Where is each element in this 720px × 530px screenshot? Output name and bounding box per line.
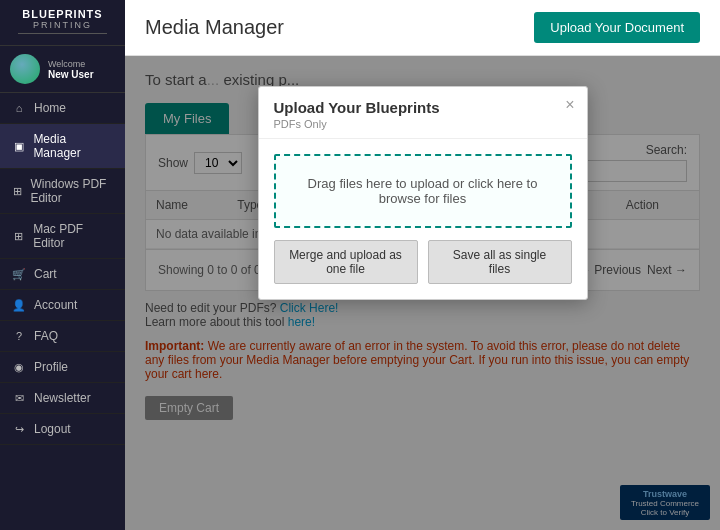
sidebar-label-faq: FAQ	[34, 329, 58, 343]
sidebar-item-faq[interactable]: ? FAQ	[0, 321, 125, 352]
sidebar-item-mac-pdf-editor[interactable]: ⊞ Mac PDF Editor	[0, 214, 125, 259]
windows-pdf-icon: ⊞	[12, 185, 22, 198]
sidebar-label-profile: Profile	[34, 360, 68, 374]
sidebar-item-profile[interactable]: ◉ Profile	[0, 352, 125, 383]
sidebar-label-cart: Cart	[34, 267, 57, 281]
home-icon: ⌂	[12, 102, 26, 114]
newsletter-icon: ✉	[12, 392, 26, 405]
sidebar-item-windows-pdf-editor[interactable]: ⊞ Windows PDF Editor	[0, 169, 125, 214]
upload-modal: Upload Your Blueprints PDFs Only × Drag …	[258, 86, 588, 300]
main-header: Media Manager Upload Your Document	[125, 0, 720, 56]
avatar	[10, 54, 40, 84]
sidebar-item-account[interactable]: 👤 Account	[0, 290, 125, 321]
logo-line1: BLUEPRINTS	[8, 8, 117, 20]
content-area: To start a... existing p... My Files Sho…	[125, 56, 720, 530]
sidebar: BLUEPRINTS PRINTING Welcome New User ⌂ H…	[0, 0, 125, 530]
welcome-label: Welcome	[48, 59, 94, 69]
logo: BLUEPRINTS PRINTING	[0, 0, 125, 46]
user-name: New User	[48, 69, 94, 80]
sidebar-label-windows-pdf: Windows PDF Editor	[30, 177, 113, 205]
modal-overlay: Upload Your Blueprints PDFs Only × Drag …	[125, 56, 720, 530]
sidebar-label-account: Account	[34, 298, 77, 312]
sidebar-label-media-manager: Media Manager	[33, 132, 113, 160]
sidebar-item-cart[interactable]: 🛒 Cart	[0, 259, 125, 290]
sidebar-item-home[interactable]: ⌂ Home	[0, 93, 125, 124]
modal-subtitle: PDFs Only	[274, 118, 572, 130]
save-single-button[interactable]: Save all as single files	[428, 240, 572, 284]
upload-document-button[interactable]: Upload Your Document	[534, 12, 700, 43]
sidebar-label-mac-pdf: Mac PDF Editor	[33, 222, 113, 250]
user-area: Welcome New User	[0, 46, 125, 93]
sidebar-item-media-manager[interactable]: ▣ Media Manager	[0, 124, 125, 169]
faq-icon: ?	[12, 330, 26, 342]
sidebar-item-logout[interactable]: ↪ Logout	[0, 414, 125, 445]
account-icon: 👤	[12, 299, 26, 312]
modal-body: Drag files here to upload or click here …	[259, 139, 587, 299]
sidebar-item-newsletter[interactable]: ✉ Newsletter	[0, 383, 125, 414]
main-content: Media Manager Upload Your Document To st…	[125, 0, 720, 530]
mac-pdf-icon: ⊞	[12, 230, 25, 243]
dropzone[interactable]: Drag files here to upload or click here …	[274, 154, 572, 228]
user-info: Welcome New User	[48, 59, 94, 80]
media-manager-icon: ▣	[12, 140, 25, 153]
page-title: Media Manager	[145, 16, 284, 39]
modal-actions: Merge and upload as one file Save all as…	[274, 240, 572, 284]
cart-icon: 🛒	[12, 268, 26, 281]
sidebar-label-logout: Logout	[34, 422, 71, 436]
close-icon[interactable]: ×	[565, 97, 574, 113]
logout-icon: ↪	[12, 423, 26, 436]
sidebar-label-newsletter: Newsletter	[34, 391, 91, 405]
modal-title: Upload Your Blueprints	[274, 99, 572, 116]
modal-header: Upload Your Blueprints PDFs Only ×	[259, 87, 587, 139]
merge-upload-button[interactable]: Merge and upload as one file	[274, 240, 418, 284]
sidebar-label-home: Home	[34, 101, 66, 115]
logo-line2: PRINTING	[8, 20, 117, 30]
profile-icon: ◉	[12, 361, 26, 374]
